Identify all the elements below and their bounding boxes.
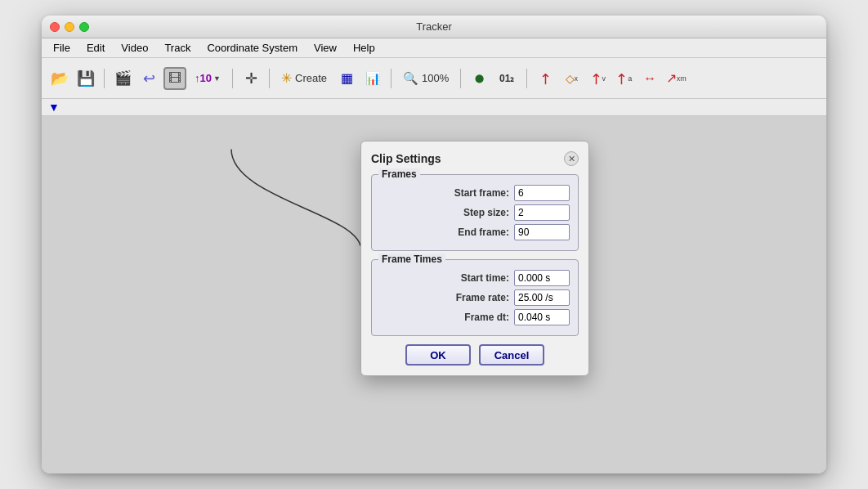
step-size-input[interactable] — [514, 204, 570, 221]
frame-rate-row: Frame rate: — [380, 289, 570, 306]
separator-1 — [104, 69, 105, 88]
separator-2 — [232, 69, 233, 88]
frame-times-section: Frame Times Start time: Frame rate: Fram… — [371, 259, 579, 336]
start-time-row: Start time: — [380, 270, 570, 286]
start-time-input[interactable] — [514, 270, 570, 286]
diamond-x-icon: ◇ — [566, 72, 575, 85]
step-dropdown-icon: ▼ — [213, 74, 221, 83]
table-button[interactable]: ▦ — [335, 67, 358, 90]
dot-icon: ⬤ — [475, 74, 484, 83]
dialog-title: Clip Settings — [371, 152, 441, 165]
close-button[interactable] — [50, 22, 60, 32]
diamond-x-button[interactable]: ◇ x — [560, 67, 583, 90]
toolbar-expand-icon[interactable]: ▼ — [48, 101, 60, 114]
import-video-button[interactable]: 🎬 — [111, 67, 134, 90]
separator-5 — [460, 69, 461, 88]
arrow-lr-button[interactable]: ↔ — [638, 67, 661, 90]
menu-track[interactable]: Track — [158, 40, 197, 56]
data-icon: 📊 — [365, 71, 381, 86]
frames-section-title: Frames — [378, 168, 420, 180]
title-bar: Tracker — [42, 16, 826, 38]
frame-rate-label: Frame rate: — [456, 292, 509, 303]
step-up-icon: ↑10 — [195, 72, 212, 84]
create-label: Create — [295, 72, 327, 84]
data-button[interactable]: 📊 — [361, 67, 384, 90]
import-video-icon: 🎬 — [114, 70, 132, 87]
separator-6 — [526, 69, 527, 88]
menu-help[interactable]: Help — [347, 40, 382, 56]
frame-rate-input[interactable] — [514, 289, 570, 306]
step-number-button[interactable]: ↑10 ▼ — [190, 67, 226, 90]
traffic-lights — [50, 22, 89, 32]
minimize-button[interactable] — [65, 22, 74, 32]
dialog-close-button[interactable]: ✕ — [564, 151, 579, 166]
window-title: Tracker — [416, 20, 452, 33]
save-icon: 💾 — [77, 70, 95, 87]
track-numbers-button[interactable]: 01₂ — [494, 67, 520, 90]
start-frame-label: Start frame: — [454, 187, 509, 199]
menu-file[interactable]: File — [47, 40, 77, 56]
toolbar: 📂 💾 🎬 ↩ 🎞 ↑10 ▼ ✛ ✳ — [42, 58, 826, 99]
clip-settings-dialog: Clip Settings ✕ Frames Start frame: Step… — [360, 141, 589, 376]
start-frame-row: Start frame: — [380, 185, 570, 201]
arrow-plain-button[interactable]: ↗ — [534, 67, 557, 90]
frame-dt-row: Frame dt: — [380, 309, 570, 325]
zoom-icon: 🔍 — [403, 71, 418, 86]
frame-times-section-title: Frame Times — [378, 253, 445, 265]
step-size-row: Step size: — [380, 204, 570, 221]
numbers-icon: 01₂ — [499, 73, 514, 84]
menu-coordinate-system[interactable]: Coordinate System — [200, 40, 304, 56]
table-icon: ▦ — [341, 70, 353, 86]
save-button[interactable]: 💾 — [74, 67, 97, 90]
toolbar-row2: ▼ — [42, 99, 826, 116]
clip-settings-button[interactable]: 🎞 — [163, 67, 186, 90]
zoom-label: 100% — [422, 72, 449, 84]
separator-4 — [391, 69, 391, 88]
dialog-overlay: Clip Settings ✕ Frames Start frame: Step… — [42, 116, 826, 473]
frames-section: Frames Start frame: Step size: End frame… — [371, 174, 579, 251]
arrow-plain-icon: ↗ — [535, 67, 556, 88]
create-button[interactable]: ✳ Create — [276, 69, 332, 87]
x-subscript: x — [575, 74, 579, 83]
replay-icon: ↩ — [143, 70, 155, 87]
main-content: Clip Settings ✕ Frames Start frame: Step… — [42, 116, 826, 473]
menu-edit[interactable]: Edit — [80, 40, 111, 56]
end-frame-label: End frame: — [458, 227, 509, 238]
arrow-a-button[interactable]: ↗ a — [612, 67, 635, 90]
arrow-xm-icon: ↗ — [666, 70, 677, 86]
crosshair-icon: ✛ — [245, 70, 257, 87]
replay-button[interactable]: ↩ — [137, 67, 160, 90]
start-frame-input[interactable] — [514, 185, 570, 201]
crosshair-button[interactable]: ✛ — [239, 67, 262, 90]
menu-view[interactable]: View — [307, 40, 343, 56]
end-frame-input[interactable] — [514, 224, 570, 240]
step-size-label: Step size: — [463, 207, 509, 218]
open-folder-icon: 📂 — [51, 70, 69, 87]
dialog-title-bar: Clip Settings ✕ — [371, 151, 579, 166]
maximize-button[interactable] — [79, 22, 89, 32]
start-time-label: Start time: — [461, 272, 509, 284]
menu-video[interactable]: Video — [114, 40, 154, 56]
arrow-v-icon: ↗ — [585, 67, 606, 88]
dialog-buttons: OK Cancel — [371, 344, 579, 366]
dialog-close-icon: ✕ — [568, 154, 575, 164]
zoom-button[interactable]: 🔍 100% — [398, 70, 454, 87]
end-frame-row: End frame: — [380, 224, 570, 240]
open-file-button[interactable]: 📂 — [48, 67, 71, 90]
film-icon: 🎞 — [168, 71, 181, 86]
ok-button[interactable]: OK — [405, 344, 471, 366]
menu-bar: File Edit Video Track Coordinate System … — [42, 38, 826, 58]
main-window: Tracker File Edit Video Track Coordinate… — [42, 16, 826, 473]
star-icon: ✳ — [281, 70, 292, 86]
arrow-v-button[interactable]: ↗ v — [586, 67, 609, 90]
cancel-button[interactable]: Cancel — [479, 344, 544, 366]
separator-3 — [269, 69, 270, 88]
xm-subscript: xm — [677, 74, 687, 83]
frame-dt-label: Frame dt: — [464, 312, 509, 323]
arrow-a-icon: ↗ — [611, 67, 633, 88]
arrow-xm-button[interactable]: ↗ xm — [664, 67, 687, 90]
dot-button[interactable]: ⬤ — [468, 67, 490, 90]
frame-dt-input[interactable] — [514, 309, 570, 325]
arrow-lr-icon: ↔ — [643, 71, 656, 86]
